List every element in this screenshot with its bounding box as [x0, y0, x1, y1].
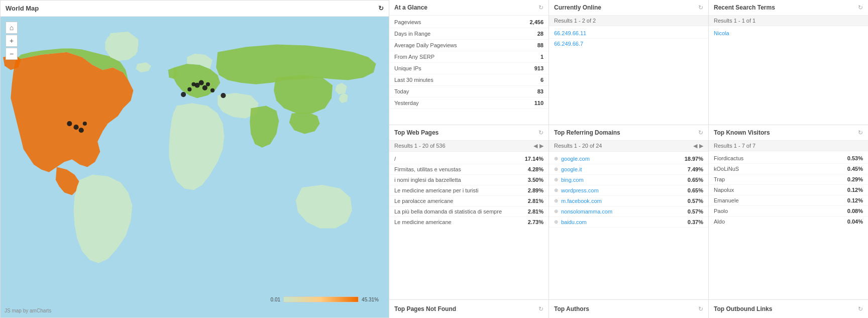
domain-value: 0.57% — [681, 208, 703, 215]
search-term-row: Nicola — [709, 28, 868, 38]
map-legend-min: 0.01 — [271, 297, 280, 302]
map-home-button[interactable]: ⌂ — [6, 22, 18, 34]
at-a-glance-panel: At a Glance ↻ Pageviews 2,456 Days in Ra… — [389, 0, 549, 125]
visitor-value: 0.04% — [843, 219, 863, 225]
stat-row: Unique IPs 913 — [389, 63, 549, 74]
page-row: / 17.14% — [389, 154, 549, 164]
domain-link[interactable]: baidu.com — [561, 219, 678, 225]
ip-row: 66.249.66.7 — [549, 39, 708, 49]
domain-icon: ⊕ — [554, 166, 558, 172]
stat-row: Average Daily Pageviews 88 — [389, 40, 549, 51]
domain-row: ⊕ google.it 7.49% — [549, 164, 708, 175]
top-referring-domains-prev[interactable]: ◀ — [693, 143, 697, 149]
visitor-row: Paolo 0.08% — [709, 206, 868, 217]
page-value: 2.81% — [523, 208, 544, 215]
top-referring-domains-next[interactable]: ▶ — [699, 143, 703, 149]
domain-link[interactable]: bing.com — [561, 177, 678, 183]
top-web-pages-panel: Top Web Pages ↻ Results 1 - 20 of 536 ◀ … — [389, 125, 549, 299]
domain-row: ⊕ bing.com 0.65% — [549, 175, 708, 185]
top-web-pages-next[interactable]: ▶ — [539, 143, 544, 149]
ip-link[interactable]: 66.249.66.7 — [554, 41, 583, 47]
world-map-svg — [1, 17, 389, 317]
top-referring-domains-refresh[interactable]: ↻ — [698, 129, 703, 136]
domain-value: 18.97% — [681, 156, 703, 162]
domain-row: ⊕ m.facebook.com 0.57% — [549, 196, 708, 206]
visitor-value: 0.08% — [843, 208, 863, 214]
page-value: 17.14% — [523, 156, 544, 162]
map-zoom-in-button[interactable]: + — [6, 35, 18, 47]
page-link[interactable]: i nomi inglesi da barzelletta — [394, 177, 523, 183]
ip-link[interactable]: 66.249.66.11 — [554, 30, 586, 36]
page-row: Le parolacce americane 2.81% — [389, 196, 549, 206]
domain-link[interactable]: wordpress.com — [561, 187, 678, 193]
currently-online-header: Currently Online ↻ — [549, 0, 708, 16]
stat-row: Days in Range 28 — [389, 28, 549, 40]
stat-row: From Any SERP 1 — [389, 51, 549, 63]
top-web-pages-refresh[interactable]: ↻ — [538, 129, 544, 136]
currently-online-content: 66.249.66.11 66.249.66.7 — [549, 26, 708, 125]
top-known-visitors-title: Top Known Visitors — [714, 129, 770, 136]
domain-link[interactable]: nonsolomamma.com — [561, 208, 678, 215]
page-link[interactable]: Le medicine americane — [394, 219, 523, 225]
top-web-pages-results-label: Results 1 - 20 of 536 — [394, 143, 446, 149]
visitor-link[interactable]: Trap — [714, 176, 843, 182]
visitor-link[interactable]: Emanuele — [714, 197, 843, 203]
domain-link[interactable]: google.it — [561, 166, 678, 172]
domain-value: 0.65% — [681, 187, 703, 193]
currently-online-results-label: Results 1 - 2 of 2 — [554, 18, 596, 24]
top-known-visitors-refresh[interactable]: ↻ — [858, 129, 863, 136]
map-zoom-out-button[interactable]: − — [6, 48, 18, 60]
top-pages-not-found-refresh[interactable]: ↻ — [538, 305, 544, 312]
domain-link[interactable]: m.facebook.com — [561, 198, 678, 204]
visitor-row: Fiordicactus 0.53% — [709, 153, 868, 164]
page-value: 2.89% — [523, 187, 544, 193]
page-link[interactable]: Le parolacce americane — [394, 198, 523, 204]
visitor-dot — [67, 121, 72, 126]
top-outbound-links-panel: Top Outbound Links ↻ — [709, 300, 868, 318]
visitor-dot — [181, 92, 186, 97]
page-row: La più bella domanda di statistica di se… — [389, 206, 549, 217]
page-link[interactable]: Firmitas, utilitas e venustas — [394, 166, 523, 172]
at-a-glance-refresh[interactable]: ↻ — [538, 4, 544, 11]
top-referring-domains-results-label: Results 1 - 20 of 24 — [554, 143, 602, 149]
map-title: World Map — [6, 5, 39, 12]
top-authors-refresh[interactable]: ↻ — [698, 305, 703, 312]
top-known-visitors-results-bar: Results 1 - 7 of 7 — [709, 141, 868, 151]
top-web-pages-header: Top Web Pages ↻ — [389, 125, 549, 141]
page-link[interactable]: La più bella domanda di statistica di se… — [394, 208, 523, 215]
domain-row: ⊕ wordpress.com 0.65% — [549, 185, 708, 196]
page-link[interactable]: / — [394, 156, 523, 162]
visitor-dot — [73, 125, 78, 130]
visitor-dot — [83, 122, 87, 126]
visitor-dot — [221, 93, 226, 98]
top-authors-panel: Top Authors ↻ — [549, 300, 708, 318]
visitor-link[interactable]: Napolux — [714, 187, 843, 193]
at-a-glance-title: At a Glance — [394, 4, 427, 11]
at-a-glance-header: At a Glance ↻ — [389, 0, 549, 16]
page-link[interactable]: Le medicine americane per i turisti — [394, 187, 523, 193]
visitor-dot — [199, 80, 204, 85]
search-term-link[interactable]: Nicola — [714, 30, 729, 36]
domain-link[interactable]: google.com — [561, 156, 678, 162]
visitor-dot — [210, 88, 214, 92]
visitor-row: Aldo 0.04% — [709, 217, 868, 227]
currently-online-refresh[interactable]: ↻ — [698, 4, 703, 11]
visitor-link[interactable]: kOoLiNuS — [714, 166, 843, 172]
map-refresh-icon[interactable]: ↻ — [378, 5, 384, 12]
visitor-link[interactable]: Paolo — [714, 208, 843, 214]
top-referring-domains-header: Top Referring Domains ↻ — [549, 125, 708, 141]
domain-value: 0.65% — [681, 177, 703, 183]
top-outbound-links-refresh[interactable]: ↻ — [858, 305, 863, 312]
top-known-visitors-panel: Top Known Visitors ↻ Results 1 - 7 of 7 … — [709, 125, 868, 299]
top-web-pages-prev[interactable]: ◀ — [533, 143, 537, 149]
recent-search-terms-refresh[interactable]: ↻ — [858, 4, 863, 11]
top-referring-domains-panel: Top Referring Domains ↻ Results 1 - 20 o… — [549, 125, 708, 299]
recent-search-terms-results-bar: Results 1 - 1 of 1 — [709, 16, 868, 26]
recent-search-terms-results-label: Results 1 - 1 of 1 — [714, 18, 755, 24]
visitor-link[interactable]: Aldo — [714, 219, 843, 225]
currently-online-panel: Currently Online ↻ Results 1 - 2 of 2 66… — [549, 0, 708, 125]
domain-icon: ⊕ — [554, 198, 558, 203]
visitor-value: 0.45% — [843, 166, 863, 172]
visitor-link[interactable]: Fiordicactus — [714, 155, 843, 161]
visitor-dot — [206, 82, 210, 86]
